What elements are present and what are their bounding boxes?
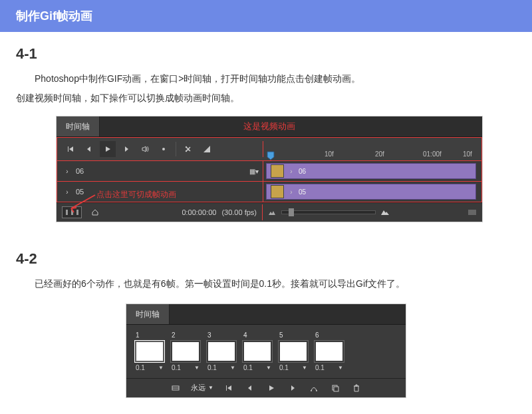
frame-duration: 0.1 (243, 364, 253, 371)
transition-button[interactable] (199, 141, 215, 157)
timecode: 0:00:00:00 (182, 208, 216, 216)
animation-frame[interactable]: 10.1▼ (134, 331, 165, 371)
audio-button[interactable] (137, 141, 153, 157)
zoom-out-mountain-icon[interactable] (268, 209, 276, 216)
play-button[interactable] (100, 141, 116, 157)
frame-thumbnail (244, 342, 271, 361)
svg-point-7 (311, 390, 312, 391)
scrollbar-thumb-icon[interactable] (467, 208, 477, 216)
section-4-2: 4-2 已经画好的6个动作，也就是有6帧。第一帧设置时间是0.1秒。接着就可以导… (0, 237, 532, 414)
frame-thumbnail (316, 342, 342, 361)
track-label[interactable]: › 06 ▦▾ (57, 161, 263, 181)
video-clip[interactable]: › 05 (266, 184, 476, 200)
zoom-slider[interactable] (281, 210, 376, 214)
animation-frame[interactable]: 20.1▼ (170, 331, 201, 371)
svg-point-8 (316, 390, 317, 391)
frame-duration: 0.1 (279, 364, 289, 371)
svg-rect-10 (334, 387, 338, 391)
frame-duration-selector[interactable]: 0.1▼ (170, 363, 201, 371)
ruler-tick: 20f (375, 150, 384, 158)
frame-number: 3 (206, 331, 237, 339)
frame-duration: 0.1 (136, 364, 145, 371)
zoom-slider-handle[interactable] (289, 208, 294, 216)
prev-frame-button[interactable] (241, 381, 259, 395)
next-frame-button[interactable] (284, 381, 301, 395)
next-frame-button[interactable] (118, 141, 134, 157)
ruler-tick: 10f (325, 150, 334, 158)
frame-timeline-footer: 永远 ▼ (126, 378, 406, 397)
step-text-1: Photoshop中制作GIF动画，在窗口>时间轴，打开时间轴功能点击创建帧动画… (16, 71, 516, 87)
frame-number: 4 (242, 331, 273, 339)
chevron-right-icon[interactable]: › (64, 168, 70, 175)
ruler-tick: 10f (463, 150, 472, 158)
timeline-toolbar: 10f 20f 01:00f 10f (57, 137, 482, 161)
loop-selector[interactable]: 永远 ▼ (188, 383, 216, 393)
frame-duration-selector[interactable]: 0.1▼ (242, 363, 273, 371)
section-4-1: 4-1 Photoshop中制作GIF动画，在窗口>时间轴，打开时间轴功能点击创… (0, 32, 532, 237)
track-row: › 06 ▦▾ › 06 (57, 161, 482, 182)
frame-thumbnail-wrap (278, 340, 309, 363)
frame-duration-selector[interactable]: 0.1▼ (314, 363, 344, 371)
ruler-tick: 01:00f (423, 150, 442, 158)
split-button[interactable] (180, 141, 196, 157)
chevron-down-icon: ▼ (194, 365, 200, 371)
chevron-down-icon: ▼ (230, 365, 235, 371)
frame-number: 5 (278, 331, 309, 339)
frames-row: 10.1▼20.1▼30.1▼40.1▼50.1▼60.1▼ (126, 325, 406, 378)
chevron-right-icon: › (288, 188, 295, 196)
frame-duration-selector[interactable]: 0.1▼ (206, 363, 237, 371)
red-arrow-icon (65, 192, 96, 214)
frame-duration: 0.1 (315, 364, 325, 371)
frame-thumbnail-wrap (134, 340, 165, 363)
step-text-2: 创建视频时间轴，如下操作可以切换成帧动画时间轴。 (16, 90, 516, 106)
animation-frame[interactable]: 30.1▼ (206, 331, 237, 371)
step-number: 4-1 (16, 45, 516, 63)
page-header: 制作Gif帧动画 (0, 0, 532, 32)
clip-thumbnail (271, 185, 284, 198)
chevron-right-icon: › (288, 168, 295, 175)
svg-rect-4 (468, 210, 476, 215)
delete-frame-button[interactable] (348, 381, 365, 395)
frame-number: 6 (314, 331, 344, 339)
animation-frame[interactable]: 50.1▼ (278, 331, 309, 371)
chevron-down-icon: ▼ (338, 365, 343, 371)
timeline-tab[interactable]: 时间轴 (57, 116, 100, 136)
first-frame-button[interactable] (220, 381, 237, 395)
clip-thumbnail (271, 164, 284, 178)
annotation-video-anim: 这是视频动画 (243, 120, 295, 132)
animation-frame[interactable]: 40.1▼ (242, 331, 273, 371)
step-text-1: 已经画好的6个动作，也就是有6帧。第一帧设置时间是0.1秒。接着就可以导出Gif… (16, 276, 516, 292)
fps-label: (30.00 fps) (221, 208, 257, 216)
settings-button[interactable] (156, 141, 172, 157)
loop-label: 永远 (191, 383, 205, 393)
convert-to-video-timeline-button[interactable] (167, 381, 184, 395)
frame-thumbnail-wrap (206, 340, 237, 363)
timeline-tab[interactable]: 时间轴 (126, 304, 170, 324)
frame-thumbnail (280, 342, 307, 361)
step-number: 4-2 (16, 250, 516, 268)
frame-number: 2 (170, 331, 201, 339)
animation-frame[interactable]: 60.1▼ (314, 331, 344, 371)
timeline-footer: 0:00:00:00 (30.00 fps) (57, 202, 482, 222)
frame-number: 1 (134, 331, 165, 339)
clip-label: 06 (299, 168, 306, 175)
divider (176, 142, 176, 156)
svg-point-0 (162, 148, 165, 150)
play-button[interactable] (263, 381, 280, 395)
duplicate-frame-button[interactable] (327, 381, 344, 395)
frame-duration-selector[interactable]: 0.1▼ (134, 363, 165, 371)
annotation-switch-to-frame: 点击这里可切成帧动画 (96, 189, 176, 200)
video-timeline-screenshot: 时间轴 这是视频动画 (56, 116, 483, 222)
panel-tab-row: 时间轴 (126, 304, 406, 325)
prev-frame-button[interactable] (81, 141, 97, 157)
tween-button[interactable] (305, 381, 323, 395)
video-clip[interactable]: › 06 (266, 163, 476, 179)
chevron-down-icon: ▼ (302, 365, 307, 371)
first-frame-button[interactable] (63, 141, 78, 157)
frame-duration-selector[interactable]: 0.1▼ (278, 363, 309, 371)
chevron-down-icon: ▼ (208, 385, 213, 391)
track-name: 06 (76, 167, 84, 175)
frame-thumbnail-wrap (170, 340, 201, 363)
filmstrip-icon[interactable]: ▦▾ (249, 168, 256, 175)
zoom-in-mountain-icon[interactable] (381, 209, 389, 216)
